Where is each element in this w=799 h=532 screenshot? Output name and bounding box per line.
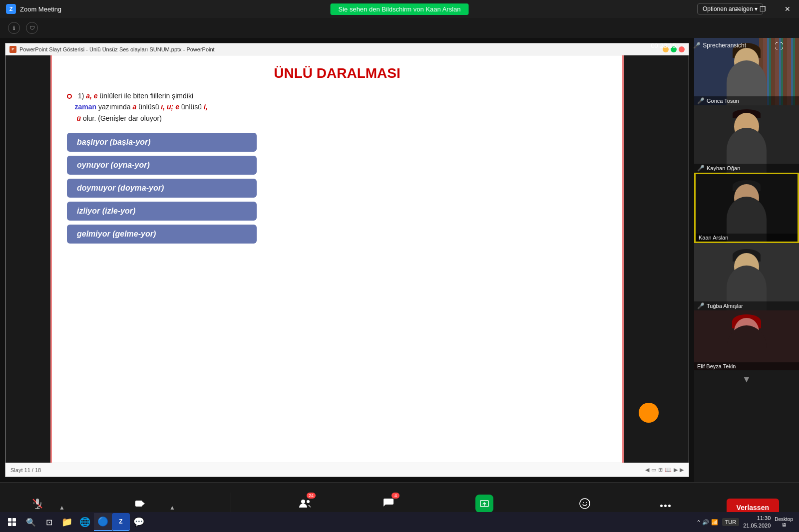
restore-button[interactable]: ❐: [751, 0, 774, 18]
meeting-timer: 00:23:15: [651, 42, 676, 49]
chat-badge: 4: [392, 493, 400, 499]
word-boxes-container: başlıyor (başla-yor) oynuyor (oyna-yor) …: [67, 133, 607, 244]
word-box-3: izliyor (izle-yor): [67, 202, 257, 221]
svg-point-1: [301, 500, 305, 504]
clock-date: 21.05.2020: [743, 522, 771, 530]
chevron-up-icon[interactable]: ^: [697, 519, 700, 525]
participant-video-tugba: [694, 243, 799, 310]
word-box-2: doymuyor (doyma-yor): [67, 179, 257, 198]
participants-panel: 🎤 Gonca Tosun 🎤 Kayhan Oğan: [694, 38, 799, 482]
main-content-area: P PowerPoint Slayt Gösterisi - Ünlü Ünsü…: [0, 38, 799, 482]
participant-name-kayhan: 🎤 Kayhan Oğan: [694, 164, 799, 173]
audio-icon: [28, 495, 46, 513]
reactions-icon: [576, 495, 594, 513]
shield-icon[interactable]: 🛡: [26, 22, 38, 34]
taskbar-right: ^ 🔊 📶 TUR 11:30 21.05.2020 Desktop 🖥: [697, 515, 797, 530]
taskbar-whatsapp[interactable]: 💬: [130, 513, 148, 531]
slide-footer: Slayt 11 / 18 ◀ ▭ ⊞ 📖 ▶ ▶: [5, 463, 689, 477]
mic-off-icon-tugba: 🎤: [697, 302, 705, 309]
presentation-area: P PowerPoint Slayt Gösterisi - Ünlü Ünsü…: [0, 38, 694, 482]
participant-name-kaan: Kaan Arslan: [696, 234, 798, 242]
chevron-down-icon: ▼: [742, 374, 751, 385]
ppt-next[interactable]: ▶: [680, 467, 684, 473]
word-box-1: oynuyor (oyna-yor): [67, 156, 257, 175]
more-group: [654, 502, 677, 513]
windows-taskbar: 🔍 ⊡ 📁 🌐 🔵 Z 💬 ^ 🔊 📶 TUR 11:30 21.05.2020…: [0, 512, 799, 532]
taskbar-taskview[interactable]: ⊡: [40, 513, 58, 531]
fullscreen-button[interactable]: ⛶: [775, 42, 783, 51]
participant-name-gonca: 🎤 Gonca Tosun: [694, 96, 799, 105]
screen-share-icon: [475, 495, 493, 513]
start-button[interactable]: [2, 512, 22, 532]
video-arrow-button[interactable]: ▲: [167, 504, 177, 511]
ppt-title: PowerPoint Slayt Gösterisi - Ünlü Ünsüz …: [19, 46, 215, 52]
clock-area[interactable]: 11:30 21.05.2020: [743, 515, 771, 530]
title-bar: Z Zoom Meeting Sie sehen den Bildschirm …: [0, 0, 799, 18]
taskbar-zoom[interactable]: Z: [112, 513, 130, 531]
speaker-view-button[interactable]: 🎤 Sprecheransicht: [693, 42, 746, 49]
ppt-view-reader[interactable]: 📖: [665, 467, 672, 473]
mic-off-icon-kayhan: 🎤: [697, 165, 705, 172]
info-icon[interactable]: ℹ: [8, 22, 20, 34]
chat-icon: 4: [380, 495, 398, 513]
scroll-down-button[interactable]: ▼: [694, 370, 799, 388]
svg-point-5: [583, 502, 584, 503]
slide-right-dark: [624, 55, 689, 463]
slide-left-bar: [5, 55, 50, 463]
word-box-4: gelmiyor (gelme-yor): [67, 225, 257, 244]
orange-dot: [639, 403, 659, 423]
participant-tile-kayhan: 🎤 Kayhan Oğan: [694, 105, 799, 173]
minimize-button[interactable]: ─: [726, 0, 749, 18]
audio-arrow-button[interactable]: ▲: [57, 504, 67, 511]
more-button[interactable]: [654, 502, 677, 513]
powerpoint-window: P PowerPoint Slayt Gösterisi - Ünlü Ünsü…: [5, 43, 689, 477]
ppt-view-sorter[interactable]: ⊞: [658, 467, 663, 473]
participant-video-elif: [694, 310, 799, 370]
ppt-titlebar: P PowerPoint Slayt Gösterisi - Ünlü Ünsü…: [5, 43, 689, 55]
participants-badge: 24: [307, 493, 316, 499]
network-icon: 🔊: [702, 519, 709, 526]
participant-tile-tugba: 🎤 Tuğba Almışlar: [694, 243, 799, 310]
ppt-icon: P: [9, 46, 16, 53]
taskbar-edge[interactable]: 🌐: [76, 513, 94, 531]
system-tray: ^ 🔊 📶: [697, 519, 718, 526]
word-box-0: başlıyor (başla-yor): [67, 133, 257, 152]
participant-name-tugba: 🎤 Tuğba Almışlar: [694, 301, 799, 310]
participant-name-elif: Elif Beyza Tekin: [694, 362, 799, 370]
participant-tile-elif: Elif Beyza Tekin: [694, 310, 799, 370]
window-controls: ─ ❐ ✕: [726, 0, 799, 18]
participant-video-kaan: [696, 174, 798, 242]
mic-off-icon-gonca: 🎤: [697, 97, 705, 104]
slide-description: 1) a, e ünlüleri ile biten fiillerin şim…: [67, 90, 607, 124]
show-desktop-button[interactable]: Desktop 🖥: [775, 517, 793, 528]
ppt-slideshow[interactable]: ▶: [674, 467, 678, 473]
svg-point-6: [586, 502, 587, 503]
svg-point-2: [307, 500, 310, 503]
top-controls-bar: ℹ 🛡 00:23:15 🎤 Sprecheransicht ⛶: [0, 18, 799, 38]
participant-video-kayhan: [694, 105, 799, 173]
clock-time: 11:30: [743, 515, 771, 522]
slide-content: ÜNLÜ DARALMASI 1) a, e ünlüleri ile bite…: [5, 55, 689, 463]
close-button[interactable]: ✕: [776, 0, 799, 18]
slide-main: ÜNLÜ DARALMASI 1) a, e ünlüleri ile bite…: [50, 55, 624, 463]
keyboard-layout-indicator[interactable]: TUR: [722, 518, 740, 526]
ppt-prev[interactable]: ◀: [645, 467, 649, 473]
participant-tile-kaan: Kaan Arslan: [694, 173, 799, 243]
video-icon: [132, 495, 150, 513]
ppt-view-normal[interactable]: ▭: [651, 467, 656, 473]
participants-icon: 24: [296, 495, 314, 513]
bullet-circle: [67, 94, 72, 99]
taskbar-search[interactable]: 🔍: [22, 513, 40, 531]
desktop-icon: 🖥: [782, 522, 787, 528]
zoom-icon: Z: [6, 4, 16, 14]
slide-counter: Slayt 11 / 18: [10, 467, 41, 473]
taskbar-fileexplorer[interactable]: 📁: [58, 513, 76, 531]
slide-title: ÜNLÜ DARALMASI: [67, 65, 607, 81]
ppt-close[interactable]: [679, 46, 685, 52]
volume-icon: 📶: [711, 519, 718, 526]
taskbar-chrome[interactable]: 🔵: [94, 513, 112, 531]
screen-share-banner: Sie sehen den Bildschirm von Kaan Arslan: [331, 3, 469, 15]
svg-point-4: [580, 499, 590, 509]
